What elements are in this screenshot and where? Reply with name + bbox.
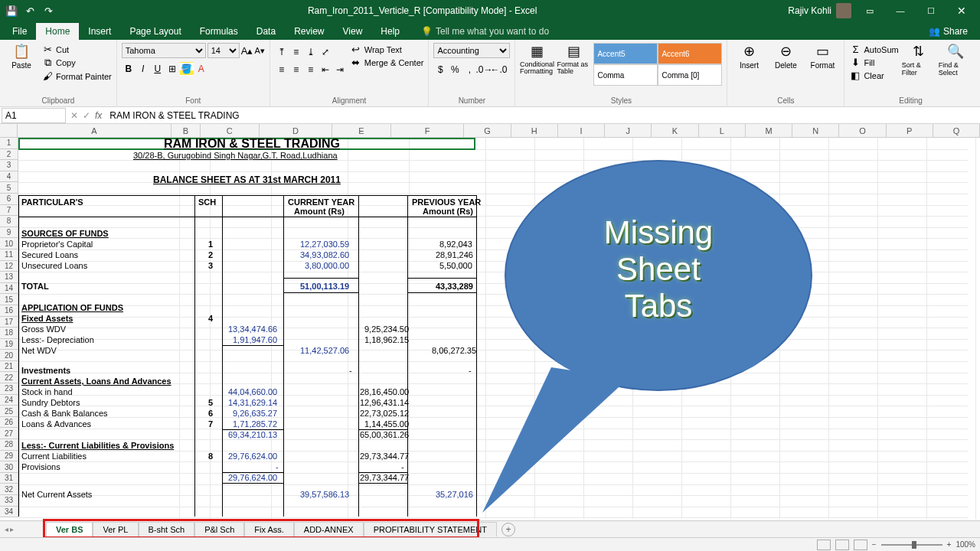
row-head-30[interactable]: 30 [0,461,18,473]
sort-filter-button[interactable]: ⇅Sort & Filter [902,43,936,77]
row-head-32[interactable]: 32 [0,484,18,495]
zoom-slider[interactable] [881,544,942,546]
style-comma0[interactable]: Comma [0] [658,64,722,86]
normal-view-icon[interactable] [817,540,831,550]
col-head-P[interactable]: P [887,124,933,138]
sheet-tab-profitability[interactable]: PROFITABILITY STATEMENT [364,522,497,536]
zoom-level[interactable]: 100% [956,540,975,549]
cancel-formula-icon[interactable]: ✕ [70,110,78,121]
tab-help[interactable]: Help [371,23,409,40]
row-head-2[interactable]: 2 [0,149,18,161]
share-button[interactable]: 👥Share [923,23,974,40]
row-head-1[interactable]: 1 [0,138,18,149]
col-head-A[interactable]: A [18,124,172,138]
currency-icon[interactable]: $ [433,63,447,77]
tab-nav-first-icon[interactable]: ◂ [5,525,8,533]
conditional-formatting-button[interactable]: ▦Conditional Formatting [520,43,554,75]
row-head-18[interactable]: 18 [0,328,18,339]
align-top-icon[interactable]: ⤒ [275,45,289,59]
undo-icon[interactable]: ↶ [21,2,38,19]
align-bot-icon[interactable]: ⤓ [304,45,318,59]
wrap-text-button[interactable]: ↩Wrap Text [350,43,424,56]
underline-button[interactable]: U [151,62,165,76]
align-left-icon[interactable]: ≡ [275,63,289,77]
row-head-22[interactable]: 22 [0,372,18,383]
page-break-view-icon[interactable] [854,540,867,550]
copy-button[interactable]: ⧉Copy [41,56,112,70]
number-format-select[interactable]: Accounting [433,43,510,58]
tab-insert[interactable]: Insert [79,23,120,40]
row-head-24[interactable]: 24 [0,395,18,406]
fx-icon[interactable]: fx [95,110,102,121]
insert-cells-button[interactable]: ⊕Insert [732,43,766,70]
sheet-tab-ver-bs[interactable]: Ver BS [46,522,93,537]
row-head-27[interactable]: 27 [0,428,18,439]
zoom-in-icon[interactable]: + [947,540,952,549]
row-head-6[interactable]: 6 [0,194,18,205]
row-head-21[interactable]: 21 [0,361,18,373]
cut-button[interactable]: ✂Cut [41,43,112,56]
merge-center-button[interactable]: ⬌Merge & Center [350,56,424,69]
delete-cells-button[interactable]: ⊖Delete [769,43,802,70]
row-head-29[interactable]: 29 [0,451,18,462]
style-accent5[interactable]: Accent5 [593,43,658,64]
font-name-select[interactable]: Tahoma [122,43,206,58]
col-head-F[interactable]: F [391,124,465,138]
tab-view[interactable]: View [334,23,372,40]
add-sheet-button[interactable]: + [501,523,515,536]
sheet-tab-ver-pl[interactable]: Ver PL [93,522,138,536]
row-head-17[interactable]: 17 [0,317,18,328]
format-painter-button[interactable]: 🖌Format Painter [41,70,112,83]
row-head-3[interactable]: 3 [0,160,18,171]
row-head-4[interactable]: 4 [0,171,18,183]
tab-pagelayout[interactable]: Page Layout [120,23,190,40]
minimize-icon[interactable]: — [885,0,916,21]
col-head-N[interactable]: N [792,124,839,138]
row-head-33[interactable]: 33 [0,495,18,507]
col-head-E[interactable]: E [332,124,391,138]
row-head-34[interactable]: 34 [0,507,18,518]
page-layout-view-icon[interactable] [835,540,849,550]
grow-font-icon[interactable]: A▴ [241,45,253,57]
col-head-H[interactable]: H [511,124,558,138]
row-head-31[interactable]: 31 [0,473,18,484]
row-head-28[interactable]: 28 [0,439,18,451]
row-head-20[interactable]: 20 [0,350,18,361]
style-accent6[interactable]: Accent6 [658,43,722,64]
col-head-C[interactable]: C [201,124,260,138]
paste-button[interactable]: 📋Paste [5,43,38,70]
align-mid-icon[interactable]: ≡ [289,45,303,59]
zoom-out-icon[interactable]: − [872,540,877,549]
format-as-table-button[interactable]: ▤Format as Table [557,43,590,75]
row-head-12[interactable]: 12 [0,261,18,272]
row-head-25[interactable]: 25 [0,406,18,417]
fill-color-button[interactable]: 🪣 [180,62,194,76]
font-size-select[interactable]: 14 [207,43,240,58]
col-head-M[interactable]: M [746,124,792,138]
row-head-10[interactable]: 10 [0,238,18,249]
row-head-14[interactable]: 14 [0,283,18,295]
indent-dec-icon[interactable]: ⇤ [318,63,332,77]
formula-input[interactable] [106,108,980,123]
avatar[interactable] [836,3,851,18]
tab-data[interactable]: Data [247,23,285,40]
tab-nav-last-icon[interactable]: ▸ [10,525,14,533]
find-select-button[interactable]: 🔍Find & Select [939,43,972,77]
close-icon[interactable]: ✕ [946,0,977,21]
col-head-B[interactable]: B [172,124,201,138]
border-button[interactable]: ⊞ [165,62,179,76]
tab-review[interactable]: Review [285,23,333,40]
align-right-icon[interactable]: ≡ [304,63,318,77]
select-all-corner[interactable] [0,124,18,138]
ribbon-options-icon[interactable]: ▭ [854,0,885,21]
shrink-font-icon[interactable]: A▾ [254,46,264,56]
tab-home[interactable]: Home [36,23,79,40]
row-head-26[interactable]: 26 [0,417,18,429]
row-head-7[interactable]: 7 [0,205,18,217]
tell-me[interactable]: 💡Tell me what you want to do [415,23,555,40]
sheet-tab-fix-ass[interactable]: Fix Ass. [244,522,294,536]
italic-button[interactable]: I [136,62,150,76]
maximize-icon[interactable]: ☐ [916,0,946,21]
row-head-16[interactable]: 16 [0,305,18,317]
font-color-button[interactable]: A [194,62,208,76]
